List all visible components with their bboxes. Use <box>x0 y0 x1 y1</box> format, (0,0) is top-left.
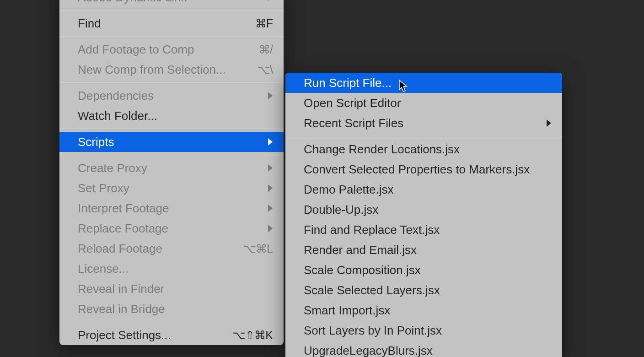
submenu-arrow-icon <box>268 184 273 192</box>
menu-item-label: Add Footage to Comp <box>78 41 194 58</box>
menu-item-label: Create Proxy <box>78 160 147 176</box>
menu-item-label: Scripts <box>78 134 114 150</box>
menu-item-label: Project Settings... <box>78 327 171 343</box>
scripts-submenu-item[interactable]: Run Script File... <box>285 73 562 93</box>
file-menu-item: Reveal in Finder <box>59 279 284 299</box>
scripts-submenu-item[interactable]: Change Render Locations.jsx <box>285 139 562 159</box>
menu-item-label: Change Render Locations.jsx <box>304 141 460 157</box>
menu-separator <box>59 322 284 322</box>
menu-separator <box>285 136 562 136</box>
submenu-arrow-icon <box>268 92 273 99</box>
scripts-submenu-item[interactable]: Demo Palette.jsx <box>285 179 562 200</box>
file-menu-item: Reload Footage⌥⌘L <box>59 238 284 259</box>
menu-item-label: Scale Composition.jsx <box>304 262 421 278</box>
menu-item-label: Reveal in Finder <box>78 281 164 297</box>
submenu-arrow-icon <box>547 119 551 127</box>
menu-shortcut: ⌘/ <box>259 41 273 58</box>
submenu-arrow-icon <box>268 0 273 1</box>
file-menu-item: Interpret Footage <box>59 198 284 218</box>
scripts-submenu-item[interactable]: Open Script Editor <box>285 93 562 113</box>
menu-item-label: Replace Footage <box>78 220 168 237</box>
menu-item-label: Dependencies <box>78 87 154 104</box>
file-menu-item[interactable]: Project Settings...⌥⇧⌘K <box>59 325 284 345</box>
file-menu-item: Dependencies <box>59 86 284 106</box>
menu-item-label: Double-Up.jsx <box>304 201 378 218</box>
scripts-submenu-item[interactable]: Scale Selected Layers.jsx <box>285 280 562 300</box>
scripts-submenu-item[interactable]: Scale Composition.jsx <box>285 260 562 280</box>
scripts-submenu-item[interactable]: Recent Script Files <box>285 113 562 133</box>
scripts-submenu-item[interactable]: Smart Import.jsx <box>285 300 562 320</box>
file-menu-item[interactable]: Find⌘F <box>59 13 284 33</box>
menu-item-label: Render and Email.jsx <box>304 242 417 258</box>
scripts-submenu-item[interactable]: UpgradeLegacyBlurs.jsx <box>285 341 562 357</box>
menu-item-label: New Comp from Selection... <box>78 61 226 78</box>
menu-shortcut: ⌥⌘L <box>243 240 273 257</box>
menu-separator <box>59 155 284 155</box>
menu-item-label: UpgradeLegacyBlurs.jsx <box>304 342 433 357</box>
menu-item-label: Find <box>78 15 101 32</box>
menu-shortcut: ⌥⇧⌘K <box>232 327 273 343</box>
file-menu-item: Add Footage to Comp⌘/ <box>59 39 284 60</box>
menu-item-label: Adobe Dynamic Link <box>78 0 187 5</box>
scripts-submenu-item[interactable]: Double-Up.jsx <box>285 200 562 220</box>
file-menu-item: Set Proxy <box>59 178 284 198</box>
scripts-submenu-item[interactable]: Sort Layers by In Point.jsx <box>285 320 562 341</box>
menu-separator <box>59 10 284 11</box>
file-menu-item[interactable]: Watch Folder... <box>59 106 284 126</box>
menu-separator <box>59 129 284 129</box>
menu-item-label: Watch Folder... <box>78 108 157 124</box>
menu-item-label: Recent Script Files <box>304 115 403 131</box>
scripts-submenu-item[interactable]: Render and Email.jsx <box>285 240 562 260</box>
scripts-submenu-item[interactable]: Convert Selected Properties to Markers.j… <box>285 159 562 179</box>
menu-item-label: Reveal in Bridge <box>78 301 165 317</box>
file-menu[interactable]: Adobe Dynamic LinkFind⌘FAdd Footage to C… <box>59 0 284 345</box>
submenu-arrow-icon <box>268 225 273 232</box>
menu-item-label: Convert Selected Properties to Markers.j… <box>304 161 530 178</box>
file-menu-item: Create Proxy <box>59 158 284 178</box>
scripts-submenu-item[interactable]: Find and Replace Text.jsx <box>285 220 562 240</box>
menu-item-label: Interpret Footage <box>78 200 169 216</box>
submenu-arrow-icon <box>268 164 273 172</box>
menu-item-label: License... <box>78 260 129 277</box>
menu-item-label: Reload Footage <box>78 240 162 257</box>
menu-separator <box>59 36 284 37</box>
file-menu-item: License... <box>59 259 284 279</box>
scripts-submenu[interactable]: Run Script File...Open Script EditorRece… <box>285 73 562 357</box>
menu-item-label: Smart Import.jsx <box>304 302 390 319</box>
menu-item-label: Open Script Editor <box>304 95 401 111</box>
file-menu-item: New Comp from Selection...⌥\ <box>59 60 284 80</box>
menu-shortcut: ⌥\ <box>257 61 273 78</box>
menu-item-label: Set Proxy <box>78 180 129 196</box>
file-menu-item[interactable]: Scripts <box>59 132 284 152</box>
menu-separator <box>59 82 284 83</box>
menu-item-label: Scale Selected Layers.jsx <box>304 282 440 298</box>
menu-item-label: Sort Layers by In Point.jsx <box>304 322 442 339</box>
submenu-arrow-icon <box>268 205 273 212</box>
submenu-arrow-icon <box>268 138 273 146</box>
menu-item-label: Demo Palette.jsx <box>304 181 394 198</box>
menu-item-label: Find and Replace Text.jsx <box>304 222 440 238</box>
file-menu-item: Adobe Dynamic Link <box>59 0 284 7</box>
menu-item-label: Run Script File... <box>304 75 392 91</box>
menu-shortcut: ⌘F <box>255 15 273 32</box>
file-menu-item: Reveal in Bridge <box>59 299 284 319</box>
file-menu-item: Replace Footage <box>59 218 284 238</box>
